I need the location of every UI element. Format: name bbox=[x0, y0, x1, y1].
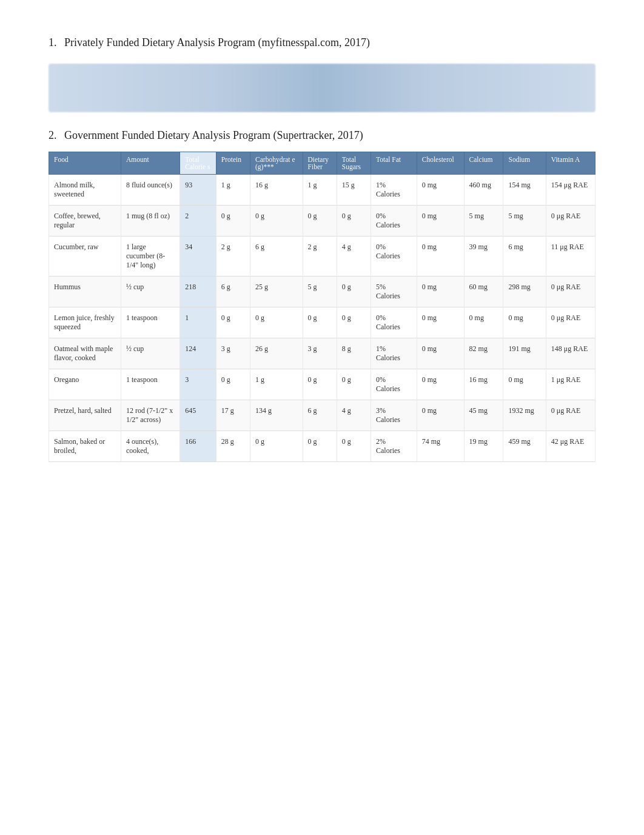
cell-calories: 645 bbox=[180, 400, 216, 431]
cell-sodium: 191 mg bbox=[503, 338, 546, 369]
cell-cholesterol: 74 mg bbox=[417, 431, 464, 462]
cell-fat: 1% Calories bbox=[371, 338, 417, 369]
cell-sodium: 0 mg bbox=[503, 369, 546, 400]
cell-fiber: 6 g bbox=[303, 400, 337, 431]
heading-1: 1. Privately Funded Dietary Analysis Pro… bbox=[49, 36, 595, 49]
cell-fiber: 2 g bbox=[303, 236, 337, 277]
table-row: Oregano1 teaspoon30 g1 g0 g0 g0% Calorie… bbox=[49, 369, 595, 400]
header-carb: Carbohydrat e (g)*** bbox=[250, 152, 303, 175]
header-fiber: Dietary Fiber bbox=[303, 152, 337, 175]
cell-calcium: 460 mg bbox=[464, 175, 503, 206]
cell-calcium: 45 mg bbox=[464, 400, 503, 431]
cell-protein: 0 g bbox=[216, 206, 250, 236]
cell-calcium: 0 mg bbox=[464, 307, 503, 338]
cell-cholesterol: 0 mg bbox=[417, 236, 464, 277]
cell-amount: 1 large cucumber (8-1/4" long) bbox=[121, 236, 179, 277]
cell-sugars: 0 g bbox=[337, 206, 371, 236]
cell-calories: 2 bbox=[180, 206, 216, 236]
header-amount: Amount bbox=[121, 152, 179, 175]
cell-sodium: 5 mg bbox=[503, 206, 546, 236]
table-row: Coffee, brewed, regular1 mug (8 fl oz)20… bbox=[49, 206, 595, 236]
cell-protein: 0 g bbox=[216, 307, 250, 338]
header-calcium: Calcium bbox=[464, 152, 503, 175]
cell-sugars: 4 g bbox=[337, 400, 371, 431]
cell-calcium: 5 mg bbox=[464, 206, 503, 236]
cell-fiber: 1 g bbox=[303, 175, 337, 206]
table-row: Almond milk, sweetened8 fluid ounce(s)93… bbox=[49, 175, 595, 206]
cell-protein: 2 g bbox=[216, 236, 250, 277]
cell-sodium: 6 mg bbox=[503, 236, 546, 277]
cell-sodium: 298 mg bbox=[503, 277, 546, 307]
cell-food: Pretzel, hard, salted bbox=[49, 400, 121, 431]
cell-sugars: 8 g bbox=[337, 338, 371, 369]
cell-fat: 2% Calories bbox=[371, 431, 417, 462]
cell-carb: 0 g bbox=[250, 206, 303, 236]
cell-amount: ½ cup bbox=[121, 277, 179, 307]
cell-fat: 3% Calories bbox=[371, 400, 417, 431]
cell-vitamin: 154 μg RAE bbox=[546, 175, 595, 206]
cell-calcium: 60 mg bbox=[464, 277, 503, 307]
header-sugars: Total Sugars bbox=[337, 152, 371, 175]
cell-fat: 5% Calories bbox=[371, 277, 417, 307]
cell-sodium: 459 mg bbox=[503, 431, 546, 462]
cell-carb: 0 g bbox=[250, 431, 303, 462]
cell-fiber: 0 g bbox=[303, 369, 337, 400]
cell-calories: 1 bbox=[180, 307, 216, 338]
cell-vitamin: 0 μg RAE bbox=[546, 307, 595, 338]
cell-cholesterol: 0 mg bbox=[417, 206, 464, 236]
cell-sugars: 0 g bbox=[337, 431, 371, 462]
cell-sodium: 1932 mg bbox=[503, 400, 546, 431]
cell-fiber: 0 g bbox=[303, 307, 337, 338]
header-protein: Protein bbox=[216, 152, 250, 175]
cell-carb: 25 g bbox=[250, 277, 303, 307]
cell-protein: 6 g bbox=[216, 277, 250, 307]
cell-cholesterol: 0 mg bbox=[417, 400, 464, 431]
cell-sugars: 4 g bbox=[337, 236, 371, 277]
cell-vitamin: 11 μg RAE bbox=[546, 236, 595, 277]
cell-sugars: 0 g bbox=[337, 369, 371, 400]
cell-food: Almond milk, sweetened bbox=[49, 175, 121, 206]
cell-fat: 0% Calories bbox=[371, 206, 417, 236]
cell-calories: 166 bbox=[180, 431, 216, 462]
cell-calories: 124 bbox=[180, 338, 216, 369]
cell-fat: 0% Calories bbox=[371, 369, 417, 400]
cell-calcium: 19 mg bbox=[464, 431, 503, 462]
cell-carb: 134 g bbox=[250, 400, 303, 431]
header-cholesterol: Cholesterol bbox=[417, 152, 464, 175]
cell-carb: 1 g bbox=[250, 369, 303, 400]
cell-calcium: 16 mg bbox=[464, 369, 503, 400]
cell-amount: 12 rod (7-1/2" x 1/2" across) bbox=[121, 400, 179, 431]
cell-amount: 8 fluid ounce(s) bbox=[121, 175, 179, 206]
cell-protein: 1 g bbox=[216, 175, 250, 206]
nutrition-table: Food Amount Total Calorie s Protein Carb… bbox=[49, 152, 595, 462]
cell-calories: 93 bbox=[180, 175, 216, 206]
cell-amount: 1 teaspoon bbox=[121, 307, 179, 338]
cell-protein: 17 g bbox=[216, 400, 250, 431]
header-vitamin: Vitamin A bbox=[546, 152, 595, 175]
table-row: Hummus½ cup2186 g25 g5 g0 g5% Calories0 … bbox=[49, 277, 595, 307]
cell-protein: 0 g bbox=[216, 369, 250, 400]
cell-food: Salmon, baked or broiled, bbox=[49, 431, 121, 462]
cell-vitamin: 148 μg RAE bbox=[546, 338, 595, 369]
cell-protein: 3 g bbox=[216, 338, 250, 369]
cell-fat: 1% Calories bbox=[371, 175, 417, 206]
cell-cholesterol: 0 mg bbox=[417, 277, 464, 307]
cell-sodium: 154 mg bbox=[503, 175, 546, 206]
cell-calcium: 82 mg bbox=[464, 338, 503, 369]
cell-vitamin: 0 μg RAE bbox=[546, 206, 595, 236]
cell-food: Lemon juice, freshly squeezed bbox=[49, 307, 121, 338]
cell-fat: 0% Calories bbox=[371, 236, 417, 277]
cell-sugars: 0 g bbox=[337, 277, 371, 307]
cell-protein: 28 g bbox=[216, 431, 250, 462]
cell-sodium: 0 mg bbox=[503, 307, 546, 338]
cell-calcium: 39 mg bbox=[464, 236, 503, 277]
blurred-image-section bbox=[49, 64, 595, 112]
cell-calories: 3 bbox=[180, 369, 216, 400]
table-row: Oatmeal with maple flavor, cooked½ cup12… bbox=[49, 338, 595, 369]
cell-amount: 1 teaspoon bbox=[121, 369, 179, 400]
cell-vitamin: 1 μg RAE bbox=[546, 369, 595, 400]
cell-cholesterol: 0 mg bbox=[417, 369, 464, 400]
header-sodium: Sodium bbox=[503, 152, 546, 175]
cell-vitamin: 42 μg RAE bbox=[546, 431, 595, 462]
cell-amount: 4 ounce(s), cooked, bbox=[121, 431, 179, 462]
